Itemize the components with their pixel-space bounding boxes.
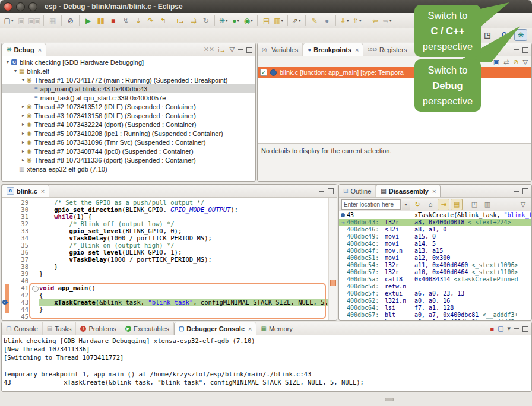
collapse-icon[interactable]: − <box>32 286 39 292</box>
tree-expander-icon[interactable]: ▸ <box>20 113 27 118</box>
disassembly-listing[interactable]: 43xTaskCreate(&blink_task, "blink_tas→40… <box>339 211 531 320</box>
back-button[interactable]: ⇦ <box>369 15 381 27</box>
disassembly-view-tab-disassembly[interactable]: ▤Disassembly× <box>376 185 441 197</box>
code-line[interactable]: 44} <box>2 306 337 313</box>
launch-button[interactable]: ⇗▾ <box>291 15 302 27</box>
restart-button[interactable]: ↻ <box>200 15 211 27</box>
step-return-button[interactable]: ↰ <box>157 15 169 27</box>
code-line[interactable]: 33 gpio_set_level(BLINK_GPIO, 0); <box>2 227 337 234</box>
refresh-button[interactable]: ↻ <box>411 199 423 210</box>
breakpoints-view-tab-breakpoints[interactable]: ●Breakpoints× <box>303 43 363 56</box>
debug-tree-row[interactable]: ▸◉Thread #8 1073411336 (dport) (Suspende… <box>2 156 255 164</box>
tab-close-icon[interactable]: × <box>355 46 359 53</box>
console-view-tab-debugger-console[interactable]: ▢Debugger Console× <box>174 322 257 335</box>
tree-expander-icon[interactable]: ▸ <box>20 157 27 163</box>
open-perspective-button[interactable]: ◳ <box>481 29 494 41</box>
tree-expander-icon[interactable]: ▸ <box>20 131 27 136</box>
sync-with-pc-toggle[interactable]: ⇥ <box>438 199 449 210</box>
breakpoints-list-empty-area[interactable] <box>258 78 531 143</box>
tab-close-icon[interactable]: × <box>248 325 252 332</box>
debug-tree-row[interactable]: ≡main_task() at cpu_start.c:339 0x400d05… <box>2 93 255 102</box>
code-line[interactable]: 39} <box>2 270 337 277</box>
tree-expander-icon[interactable]: ▸ <box>20 139 27 145</box>
debug-tree-row[interactable]: ▸◉Thread #3 1073413156 (IDLE) (Suspended… <box>2 111 255 120</box>
tab-close-icon[interactable]: × <box>41 188 45 195</box>
pin-view-button[interactable]: ▥ <box>482 199 493 210</box>
minimize-view-icon[interactable] <box>514 328 519 329</box>
code-line[interactable]: 37 vTaskDelay(1000 / portTICK_PERIOD_MS)… <box>2 256 337 263</box>
tree-expander-icon[interactable]: ▾ <box>20 77 27 83</box>
dropdown-arrow-icon[interactable]: ▾ <box>359 18 362 23</box>
display-console-dropdown-icon[interactable]: ▾ <box>507 325 511 332</box>
view-menu-icon[interactable]: ▽ <box>517 199 529 210</box>
debug-tree-row[interactable]: ▸◉Thread #6 1073431096 (Tmr Svc) (Suspen… <box>2 138 255 147</box>
breakpoints-view-tab-registers[interactable]: 1010Registers <box>363 43 411 56</box>
new-disassembly-view-button[interactable]: ◳ <box>468 199 480 210</box>
maximize-view-icon[interactable] <box>328 188 334 194</box>
maximize-view-icon[interactable] <box>522 47 528 53</box>
breakpoint-checkbox[interactable]: ✓ <box>260 69 267 76</box>
debug-tree-row[interactable]: ▾Cblink checking [GDB Hardware Debugging… <box>2 58 255 66</box>
debug-tree-row[interactable]: ▸◉Thread #2 1073413512 (IDLE) (Suspended… <box>2 102 255 111</box>
disassembly-row[interactable]: 400dbc4f:mov.na13, a15 <box>339 248 531 255</box>
tree-expander-icon[interactable]: ▾ <box>12 68 19 74</box>
disassembly-row[interactable]: 400dbc57:l32ra10, 0x400d0464 <_stext+110… <box>339 269 531 276</box>
code-line[interactable]: 42{ <box>2 291 337 299</box>
disassembly-row[interactable]: 400dbc5d:retw.n <box>339 283 531 290</box>
dropdown-arrow-icon[interactable]: ▾ <box>11 18 14 23</box>
disassembly-row[interactable]: 43xTaskCreate(&blink_task, "blink_tas <box>339 212 531 219</box>
skip-all-breakpoints-button[interactable]: ⊘ <box>513 58 518 66</box>
search-button[interactable]: ● <box>321 15 332 27</box>
debug-tree-row[interactable]: ▸◉Thread #7 1073408744 (ipc0) (Suspended… <box>2 147 255 156</box>
code-line[interactable]: 36 gpio_set_level(BLINK_GPIO, 1); <box>2 249 337 256</box>
disassembly-view-tab-outline[interactable]: ⊞Outline <box>339 185 376 197</box>
disassembly-row[interactable]: 400dbc51:movia12, 0x300 <box>339 255 531 262</box>
save-button[interactable]: ▣ <box>15 15 27 27</box>
code-line[interactable]: 40 <box>2 277 337 284</box>
minimize-view-icon[interactable] <box>319 191 324 192</box>
open-element-button[interactable]: ▤ <box>261 15 272 27</box>
minimize-view-icon[interactable] <box>514 191 519 192</box>
display-selected-console-button[interactable]: ▢ <box>498 325 504 332</box>
editor-tab-blink-c[interactable]: cblink.c× <box>2 185 49 197</box>
dropdown-arrow-icon[interactable]: ▾ <box>347 18 349 23</box>
debug-tree-row[interactable]: ▸◉Thread #4 1073432224 (dport) (Suspende… <box>2 120 255 129</box>
terminate-button[interactable]: ■ <box>107 15 119 27</box>
resume-button[interactable]: ▶ <box>83 15 94 27</box>
disassembly-row[interactable]: 400dbc64:lsif7, a1, 128 <box>339 304 531 312</box>
disassembly-row[interactable]: 400dbc5a:call80x40084314 <xTaskCreatePin… <box>339 276 531 283</box>
dropdown-arrow-icon[interactable]: ▾ <box>390 18 392 23</box>
minimize-view-icon[interactable] <box>238 49 243 50</box>
disassembly-row[interactable]: 400dbc67:blta0, a7, 0x400dbc81 <__adddf3… <box>339 312 531 319</box>
overview-ruler[interactable] <box>328 198 337 320</box>
disconnect-button[interactable]: ↯ <box>120 15 131 27</box>
terminate-console-button[interactable]: ■ <box>490 325 494 332</box>
dropdown-arrow-icon[interactable]: ▾ <box>226 18 228 23</box>
dropdown-arrow-icon[interactable]: ▾ <box>251 18 253 23</box>
disassembly-row[interactable]: 400dbc5f:extuia6, a0, 23, 13 <box>339 290 531 297</box>
location-input[interactable]: Enter location here <box>341 199 401 210</box>
disassembly-row[interactable]: 400dbc54:l32ra11, 0x400d0460 <_stext+109… <box>339 262 531 269</box>
overview-ruler-marker[interactable] <box>330 280 336 286</box>
dropdown-arrow-icon[interactable]: ▾ <box>299 18 301 23</box>
maximize-view-icon[interactable] <box>522 326 528 332</box>
new-wizard-button[interactable]: ▢▾ <box>3 15 14 27</box>
debug-tree-row[interactable]: ▸◉Thread #5 1073410208 (ipc1 : Running) … <box>2 129 255 138</box>
debug-tree-row[interactable]: ▾◉Thread #1 1073411772 (main : Running) … <box>2 75 255 84</box>
save-all-button[interactable]: ▣▣ <box>28 15 40 27</box>
remove-all-terminated-button[interactable]: ✕✕ <box>204 46 214 53</box>
step-filters-button[interactable]: ⇉ <box>188 15 199 27</box>
debug-view-tab-debug[interactable]: ✳Debug× <box>2 43 46 56</box>
code-line[interactable]: 30 gpio_set_direction(BLINK_GPIO, GPIO_M… <box>2 206 337 213</box>
dropdown-arrow-icon[interactable]: ▾ <box>281 18 284 23</box>
skip-all-breakpoints-button[interactable]: ⊘ <box>65 15 76 27</box>
tree-expander-icon[interactable]: ▸ <box>20 104 27 109</box>
console-view-tab-problems[interactable]: !Problems <box>76 322 121 335</box>
step-into-button[interactable]: ↧ <box>132 15 144 27</box>
maximize-view-icon[interactable] <box>522 188 528 194</box>
breakpoint-row[interactable]: ✓ blink.c [function: app_main] [type: Te… <box>258 67 531 78</box>
code-line[interactable]: 35 /* Blink on (output high) */ <box>2 242 337 249</box>
tab-close-icon[interactable]: × <box>38 46 42 53</box>
tree-expander-icon[interactable]: ▸ <box>20 122 27 127</box>
run-button[interactable]: ●▾ <box>230 15 242 27</box>
